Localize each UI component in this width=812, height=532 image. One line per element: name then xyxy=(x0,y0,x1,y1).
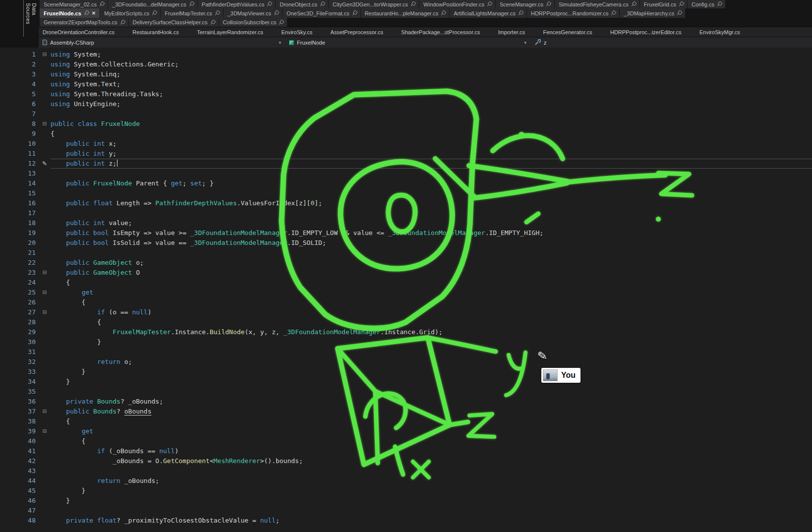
pin-icon[interactable] xyxy=(678,1,685,8)
pin-icon[interactable] xyxy=(151,10,158,17)
tab-OneSec3D_FileFormat.cs[interactable]: OneSec3D_FileFormat.cs xyxy=(283,8,360,18)
tab-Generator2ExportMapTools.cs[interactable]: Generator2ExportMapTools.cs xyxy=(40,18,128,27)
pin-icon[interactable] xyxy=(610,10,617,17)
code-line-46[interactable]: 46 } xyxy=(0,496,812,506)
code-line-7[interactable]: 7 xyxy=(0,109,812,119)
code-line-36[interactable]: 36 private Bounds? _oBounds; xyxy=(0,397,812,407)
tab-ArtificialLightsManager.cs[interactable]: ArtificialLightsManager.cs xyxy=(450,8,526,18)
code-line-34[interactable]: 34 } xyxy=(0,377,812,387)
code-line-11[interactable]: 11 public int y; xyxy=(0,149,812,159)
tab-_3DMapHierarchy.cs[interactable]: _3DMapHierarchy.cs xyxy=(620,8,685,18)
tool-tab-EnviroSkyMgr.cs[interactable]: EnviroSkyMgr.cs xyxy=(699,29,740,35)
code-line-24[interactable]: 24 { xyxy=(0,278,812,288)
code-line-47[interactable]: 47 xyxy=(0,506,812,516)
code-line-1[interactable]: 1⊟using System; xyxy=(0,50,812,59)
code-line-42[interactable]: 42 _oBounds = O.GetComponent<MeshRendere… xyxy=(0,456,812,466)
data-sources-tab[interactable]: Data Sources xyxy=(23,0,39,37)
code-line-45[interactable]: 45 } xyxy=(0,486,812,496)
close-icon[interactable]: ✕ xyxy=(92,10,96,16)
code-line-20[interactable]: 20 public bool IsSolid => value == _3DFo… xyxy=(0,238,812,248)
code-line-43[interactable]: 43 xyxy=(0,466,812,476)
code-line-29[interactable]: 29 FruxelMapTester.Instance.BuildNode(x,… xyxy=(0,327,812,337)
tab-HDRPPostproc...Randomizer.cs[interactable]: HDRPPostproc...Randomizer.cs xyxy=(527,8,620,18)
tab-RestaurantHo...pleManager.cs[interactable]: RestaurantHo...pleManager.cs xyxy=(361,8,450,18)
pin-icon[interactable] xyxy=(517,10,523,17)
pin-icon[interactable] xyxy=(676,10,683,17)
code-line-35[interactable]: 35 xyxy=(0,387,812,397)
tab-FruxelNode.cs[interactable]: FruxelNode.cs✕ xyxy=(40,8,100,18)
code-line-33[interactable]: 33 } xyxy=(0,367,812,377)
tab-SceneManager_02.cs[interactable]: SceneManager_02.cs xyxy=(40,0,108,8)
tool-tab-EnviroSky.cs[interactable]: EnviroSky.cs xyxy=(281,29,312,35)
fold-toggle-icon[interactable]: ⊟ xyxy=(39,407,51,416)
code-line-40[interactable]: 40 { xyxy=(0,436,812,446)
pin-icon[interactable] xyxy=(188,1,194,8)
tab-PathfinderDepthValues.cs[interactable]: PathfinderDepthValues.cs xyxy=(198,0,275,8)
tab-CityGen3DGen...torWrapper.cs[interactable]: CityGen3DGen...torWrapper.cs xyxy=(329,0,419,8)
tab-Config.cs[interactable]: Config.cs xyxy=(688,0,725,8)
code-line-3[interactable]: 3using System.Linq; xyxy=(0,69,812,79)
fold-toggle-icon[interactable]: ⊟ xyxy=(39,268,51,278)
code-line-6[interactable]: 6using UnityEngine; xyxy=(0,99,812,109)
tab-_3DMapViewer.cs[interactable]: _3DMapViewer.cs xyxy=(224,8,282,18)
code-line-8[interactable]: 8⊟public class FruxelNode xyxy=(0,119,812,129)
code-line-18[interactable]: 18 public int value; xyxy=(0,218,812,228)
pin-icon[interactable] xyxy=(273,10,280,17)
pin-icon[interactable] xyxy=(630,1,637,8)
code-line-23[interactable]: 23⊟ public GameObject O xyxy=(0,268,812,278)
tool-tab-AssetPreprocessor.cs[interactable]: AssetPreprocessor.cs xyxy=(331,29,383,35)
pin-icon[interactable] xyxy=(486,1,492,8)
fold-toggle-icon[interactable]: ⊟ xyxy=(39,50,51,59)
pin-icon[interactable] xyxy=(716,1,722,8)
tab-DroneObject.cs[interactable]: DroneObject.cs xyxy=(276,0,328,8)
code-line-15[interactable]: 15 xyxy=(0,188,812,198)
code-line-26[interactable]: 26 { xyxy=(0,297,812,307)
tool-tab-Importer.cs[interactable]: Importer.cs xyxy=(498,29,525,35)
fold-toggle-icon[interactable]: ⊟ xyxy=(39,288,51,297)
code-line-44[interactable]: 44 return _oBounds; xyxy=(0,476,812,486)
tool-tab-ShaderPackage...stProcessor.cs[interactable]: ShaderPackage...stProcessor.cs xyxy=(401,29,480,35)
pin-icon[interactable] xyxy=(440,10,447,17)
pin-icon[interactable] xyxy=(545,1,551,8)
code-line-16[interactable]: 16 public float Length => PathfinderDept… xyxy=(0,198,812,208)
tool-tab-DroneOrientationController.cs[interactable]: DroneOrientationController.cs xyxy=(43,29,115,35)
code-line-38[interactable]: 38 { xyxy=(0,416,812,426)
code-line-5[interactable]: 5using System.Threading.Tasks; xyxy=(0,89,812,99)
fold-toggle-icon[interactable]: ⊟ xyxy=(39,307,51,317)
code-line-17[interactable]: 17 xyxy=(0,208,812,218)
tab-DeliverySurfaceClassHelper.cs[interactable]: DeliverySurfaceClassHelper.cs xyxy=(129,18,219,27)
code-line-10[interactable]: 10 public int x; xyxy=(0,139,812,149)
code-line-48[interactable]: 48 private float? _proximityToClosestObs… xyxy=(0,516,812,526)
fold-toggle-icon[interactable]: ⊟ xyxy=(39,119,51,129)
member-dropdown[interactable]: z xyxy=(530,37,551,48)
code-line-4[interactable]: 4using System.Text; xyxy=(0,79,812,89)
tab-SceneManager.cs[interactable]: SceneManager.cs xyxy=(496,0,554,8)
pin-icon[interactable] xyxy=(214,10,220,17)
code-line-32[interactable]: 32 return o; xyxy=(0,357,812,367)
tab-WindowPositionFinder.cs[interactable]: WindowPositionFinder.cs xyxy=(419,0,495,8)
pin-icon[interactable] xyxy=(209,19,216,26)
pin-icon[interactable] xyxy=(278,19,285,26)
code-line-19[interactable]: 19 public bool IsEmpty => value >= _3DFo… xyxy=(0,228,812,238)
tab-FruxelGrid.cs[interactable]: FruxelGrid.cs xyxy=(640,0,687,8)
project-dropdown[interactable]: Assembly-CSharp ▾ xyxy=(39,37,285,48)
code-line-37[interactable]: 37⊟ public Bounds? oBounds xyxy=(0,407,812,416)
tool-tab-FencesGenerator.cs[interactable]: FencesGenerator.cs xyxy=(543,29,592,35)
code-line-22[interactable]: 22 public GameObject o; xyxy=(0,258,812,268)
tab-CollisionSubscriber.cs[interactable]: CollisionSubscriber.cs xyxy=(219,18,288,27)
code-line-13[interactable]: 13 xyxy=(0,169,812,178)
code-line-27[interactable]: 27⊟ if (o == null) xyxy=(0,307,812,317)
type-dropdown[interactable]: FruxelNode ▾ xyxy=(285,37,530,48)
code-line-14[interactable]: 14 public FruxelNode Parent { get; set; … xyxy=(0,178,812,188)
code-line-30[interactable]: 30 } xyxy=(0,337,812,347)
tab-FruxelMapTester.cs[interactable]: FruxelMapTester.cs xyxy=(161,8,223,18)
code-line-39[interactable]: 39⊟ get xyxy=(0,426,812,436)
code-line-25[interactable]: 25⊟ get xyxy=(0,288,812,297)
tool-tab-TerrainLayerRandomizer.cs[interactable]: TerrainLayerRandomizer.cs xyxy=(197,29,263,35)
pin-icon[interactable] xyxy=(83,10,89,17)
code-line-21[interactable]: 21 xyxy=(0,248,812,258)
tab-_3DFoundatio...delManager.cs[interactable]: _3DFoundatio...delManager.cs xyxy=(108,0,197,8)
code-line-12[interactable]: 12✎ public int z; xyxy=(0,159,812,169)
code-line-41[interactable]: 41 if (_oBounds == null) xyxy=(0,446,812,456)
code-line-28[interactable]: 28 { xyxy=(0,317,812,327)
